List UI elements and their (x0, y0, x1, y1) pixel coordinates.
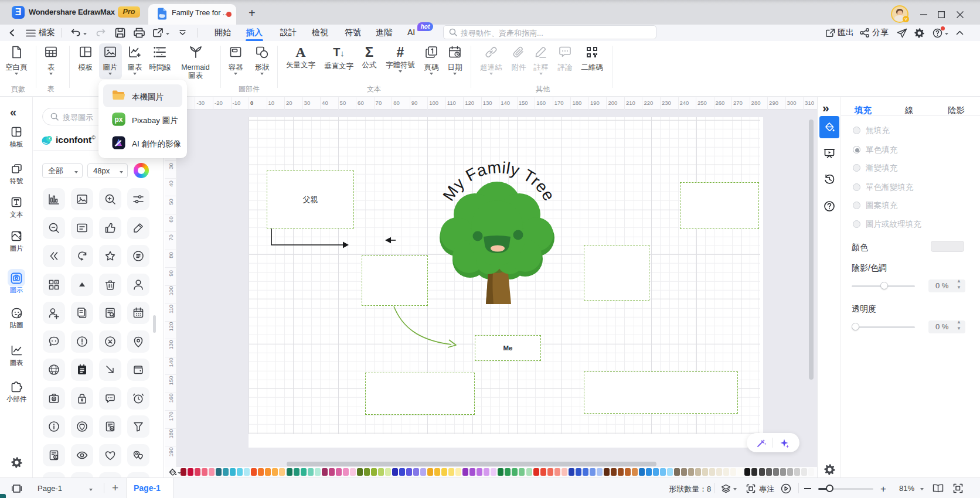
svg-text:px: px (114, 115, 122, 124)
